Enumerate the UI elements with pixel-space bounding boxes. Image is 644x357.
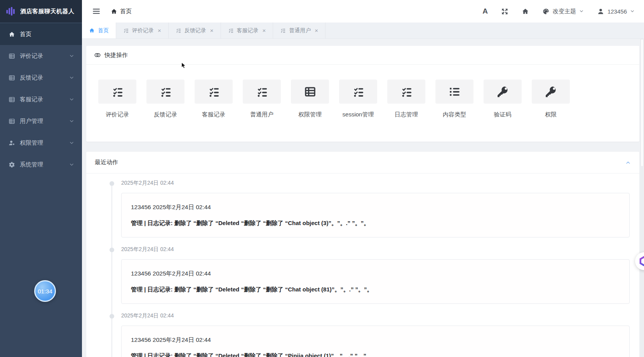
quick-op-icon-box (98, 80, 136, 104)
breadcrumb-label: 首页 (120, 8, 132, 15)
timeline-entry-box: 123456 2025年2月24日 02:44 管理 | 日志记录: 删除了 “… (121, 326, 630, 357)
tab-close-icon[interactable]: × (158, 28, 161, 33)
chevron-down-icon (69, 119, 74, 124)
sidebar-item-2[interactable]: 反馈记录 (0, 67, 82, 88)
quick-op-icon-box (435, 80, 473, 104)
timeline-dot (110, 314, 114, 319)
recent-actions-header: 最近动作 (86, 152, 639, 173)
topbar-actions: A 改变主题 123456 (482, 7, 635, 16)
sidebar-item-5[interactable]: 权限管理 (0, 132, 82, 154)
sidebar-item-0[interactable]: 首页 (0, 23, 82, 45)
timeline-user-line: 123456 2025年2月24日 02:44 (131, 203, 620, 211)
tab-2[interactable]: 反馈记录 × (169, 23, 221, 38)
sidebar-item-icon (9, 31, 15, 38)
tab-3[interactable]: 客服记录 × (221, 23, 273, 38)
recent-actions-timeline: 2025年2月24日 02:44 123456 2025年2月24日 02:44… (86, 173, 639, 357)
recent-actions-title: 最近动作 (95, 159, 118, 166)
chevron-down-icon (69, 54, 74, 59)
chevron-up-icon[interactable] (625, 160, 631, 165)
font-size-button[interactable]: A (482, 7, 488, 16)
timeline-dot (110, 248, 114, 252)
quick-op-icon-box (243, 80, 281, 104)
sidebar-item-3[interactable]: 客服记录 (0, 88, 82, 110)
quick-op-icon (207, 85, 220, 98)
tab-0[interactable]: 首页 (82, 23, 116, 38)
scrollbar-thumb[interactable] (641, 39, 644, 167)
scrollbar[interactable] (640, 39, 644, 357)
tab-close-icon[interactable]: × (315, 28, 318, 33)
quick-op-label: 客服记录 (202, 111, 225, 118)
breadcrumb: 首页 (111, 8, 132, 15)
quick-op-icon-box (339, 80, 377, 104)
quick-op-label: 权限 (545, 111, 557, 118)
user-dropdown[interactable]: 123456 (597, 8, 635, 15)
link-icon (94, 52, 101, 59)
tab-icon (228, 28, 234, 33)
quick-op-2[interactable]: 客服记录 (195, 80, 233, 118)
fullscreen-icon[interactable] (501, 8, 508, 15)
tab-close-icon[interactable]: × (263, 28, 266, 33)
quick-op-icon-box (532, 80, 570, 104)
tab-label: 反馈记录 (184, 27, 206, 34)
sidebar-item-4[interactable]: 用户管理 (0, 110, 82, 132)
quick-op-icon (159, 85, 172, 98)
floating-timer-badge[interactable]: 01:34 (34, 280, 56, 302)
sidebar-item-label: 客服记录 (20, 96, 69, 103)
sidebar-item-label: 评价记录 (20, 52, 69, 60)
home-button-icon[interactable] (522, 8, 529, 15)
quick-op-icon (496, 85, 509, 98)
sidebar-item-icon (9, 96, 15, 103)
chevron-down-icon (69, 162, 74, 167)
quick-op-label: 日志管理 (395, 111, 418, 118)
quick-op-0[interactable]: 评价记录 (98, 80, 136, 118)
sidebar-item-label: 反馈记录 (20, 74, 69, 81)
sidebar-item-icon (9, 140, 15, 146)
quick-op-9[interactable]: 权限 (532, 80, 570, 118)
quick-operations-title: 快捷操作 (104, 52, 128, 59)
tab-label: 评价记录 (132, 27, 154, 34)
quick-op-5[interactable]: session管理 (339, 80, 377, 118)
quick-operations-card: 快捷操作 评价记录 (86, 46, 639, 142)
tab-icon (89, 28, 95, 33)
timeline-entry-1: 2025年2月24日 02:44 123456 2025年2月24日 02:44… (86, 246, 630, 304)
quick-operations-grid: 评价记录 反馈记录 (86, 65, 639, 118)
tab-close-icon[interactable]: × (210, 28, 214, 33)
quick-op-8[interactable]: 验证码 (484, 80, 522, 118)
sidebar-item-label: 系统管理 (20, 161, 69, 168)
quick-op-icon-box (291, 80, 329, 104)
tab-label: 首页 (98, 27, 109, 34)
recent-actions-card: 最近动作 2025年2月24日 02:44 123456 2025年2月24日 … (86, 152, 639, 357)
chevron-down-icon (630, 9, 635, 14)
theme-dropdown[interactable]: 改变主题 (542, 8, 584, 15)
app-layout: 酒店客服聊天机器人 首页 评价记录 反馈记录 (0, 0, 644, 357)
tab-1[interactable]: 评价记录 × (116, 23, 169, 38)
quick-op-icon (304, 85, 317, 98)
quick-op-1[interactable]: 反馈记录 (146, 80, 184, 118)
sidebar-item-icon (9, 118, 15, 125)
timeline-date: 2025年2月24日 02:44 (121, 180, 630, 187)
timeline-detail: 管理 | 日志记录: 删除了 “删除了 “Deleted “删除了 “删除了 “… (131, 352, 620, 357)
quick-op-icon (111, 85, 124, 98)
hamburger-icon[interactable] (92, 7, 101, 16)
tab-4[interactable]: 普通用户 × (273, 23, 325, 38)
quick-op-6[interactable]: 日志管理 (387, 80, 425, 118)
sidebar-item-1[interactable]: 评价记录 (0, 45, 82, 67)
app-logo-icon (5, 6, 16, 17)
quick-op-icon-box (387, 80, 425, 104)
quick-op-label: 评价记录 (106, 111, 129, 118)
user-icon (597, 8, 604, 15)
username: 123456 (607, 8, 627, 15)
quick-op-7[interactable]: 内容类型 (435, 80, 473, 118)
chevron-down-icon (69, 97, 74, 102)
palette-icon (542, 8, 550, 15)
main-column: 首页 A 改变主题 123456 (82, 0, 644, 357)
sidebar-item-6[interactable]: 系统管理 (0, 154, 82, 175)
tab-label: 普通用户 (289, 27, 311, 34)
timeline-entry-0: 2025年2月24日 02:44 123456 2025年2月24日 02:44… (86, 180, 630, 237)
timeline-entry-2: 2025年2月24日 02:44 123456 2025年2月24日 02:44… (86, 312, 630, 357)
quick-op-4[interactable]: 权限管理 (291, 80, 329, 118)
quick-op-3[interactable]: 普通用户 (243, 80, 281, 118)
timeline-detail: 管理 | 日志记录: 删除了 “删除了 “Deleted “删除了 “删除了 “… (131, 286, 620, 293)
timeline-entry-box: 123456 2025年2月24日 02:44 管理 | 日志记录: 删除了 “… (121, 193, 630, 237)
sidebar-menu: 首页 评价记录 反馈记录 客服记录 (0, 23, 82, 175)
